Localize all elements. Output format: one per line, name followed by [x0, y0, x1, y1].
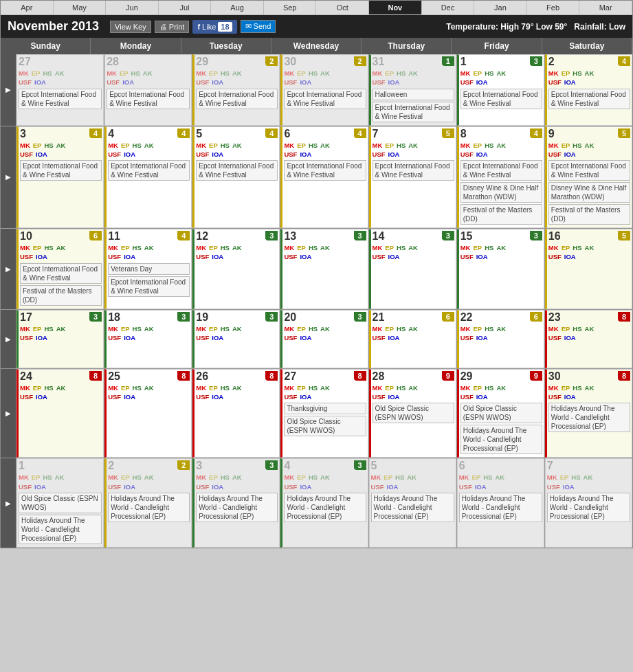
month-nav-item-oct[interactable]: Oct: [316, 1, 369, 14]
crowd-badge: 1: [442, 56, 454, 66]
day-cell-1[interactable]: 1MK EP HS AKUSF IOAOld Spice Classic (ES…: [16, 458, 104, 548]
day-top: 114: [108, 231, 190, 242]
month-nav-item-aug[interactable]: Aug: [211, 1, 264, 14]
day-cell-25[interactable]: 258MK EP HS AKUSF IOA: [104, 369, 192, 458]
day-cell-4[interactable]: 44MK EP HS AKUSF IOAEpcot International …: [104, 126, 192, 229]
park-code-ak: AK: [496, 69, 506, 78]
day-cell-28[interactable]: 28MK EP HS AKUSF IOAEpcot International …: [104, 54, 192, 126]
day-number: 9: [548, 128, 555, 139]
day-cell-15[interactable]: 153MK EP HS AKUSF IOA: [457, 229, 544, 309]
month-nav-item-may[interactable]: May: [54, 1, 107, 14]
month-nav-item-jun[interactable]: Jun: [106, 1, 159, 14]
day-top: 34: [20, 128, 102, 139]
day-top: 1: [19, 460, 102, 471]
day-cell-30[interactable]: 302MK EP HS AKUSF IOAEpcot International…: [280, 54, 368, 126]
park-code-usf: USF: [20, 392, 33, 401]
day-cell-27[interactable]: 27MK EP HS AKUSF IOAEpcot International …: [16, 54, 104, 126]
send-button[interactable]: ✉ Send: [241, 20, 276, 33]
day-cell-13[interactable]: 133MK EP HS AKUSF IOA: [280, 229, 368, 309]
day-cell-9[interactable]: 95MK EP HS AKUSF IOAEpcot International …: [545, 126, 632, 229]
day-cell-29[interactable]: 292MK EP HS AKUSF IOAEpcot International…: [192, 54, 280, 126]
week-label-0[interactable]: ▶: [1, 54, 16, 126]
events-list: Epcot International Food & Wine Festival: [548, 89, 630, 109]
day-cell-26[interactable]: 268MK EP HS AKUSF IOA: [192, 369, 280, 458]
day-number: 27: [19, 56, 31, 67]
park-code-usf: USF: [20, 252, 33, 261]
park-code-usf: USF: [108, 252, 121, 261]
month-nav-item-jul[interactable]: Jul: [159, 1, 212, 14]
day-number: 19: [196, 312, 208, 323]
park-codes: MK EP HS AKUSF IOA: [196, 383, 278, 402]
park-code-ioa: IOA: [564, 78, 576, 87]
park-code-ep: EP: [297, 69, 306, 78]
month-nav-item-mar[interactable]: Mar: [579, 1, 632, 14]
week-label-2[interactable]: ▶: [1, 229, 16, 309]
day-headers: SundayMondayTuesdayWednesdayThursdayFrid…: [1, 38, 632, 54]
park-code-ak: AK: [232, 324, 242, 333]
day-cell-17[interactable]: 173MK EP HS AKUSF IOA: [16, 310, 104, 368]
week-label-4[interactable]: ▶: [1, 369, 16, 458]
day-cell-23[interactable]: 238MK EP HS AKUSF IOA: [545, 310, 632, 368]
park-code-mk: MK: [373, 243, 383, 252]
print-button[interactable]: 🖨 Print: [155, 21, 190, 33]
day-cell-22[interactable]: 226MK EP HS AKUSF IOA: [457, 310, 544, 368]
facebook-like[interactable]: f Like 18: [192, 20, 236, 34]
day-cell-5[interactable]: 5MK EP HS AKUSF IOAHolidays Around The W…: [369, 458, 456, 548]
day-cell-8[interactable]: 84MK EP HS AKUSF IOAEpcot International …: [457, 126, 544, 229]
day-cell-2[interactable]: 22MK EP HS AKUSF IOAHolidays Around The …: [104, 458, 192, 548]
day-number: 28: [373, 371, 385, 382]
park-codes: MK EP HS AKUSF IOA: [460, 324, 542, 343]
day-cell-16[interactable]: 165MK EP HS AKUSF IOA: [545, 229, 632, 309]
park-code-usf: USF: [196, 333, 209, 342]
park-code-usf: USF: [547, 482, 560, 491]
day-cell-18[interactable]: 183MK EP HS AKUSF IOA: [104, 310, 192, 368]
day-cell-10[interactable]: 106MK EP HS AKUSF IOAEpcot International…: [16, 229, 104, 309]
day-cell-6[interactable]: 64MK EP HS AKUSF IOAEpcot International …: [280, 126, 368, 229]
park-code-ep: EP: [562, 69, 570, 78]
day-cell-1[interactable]: 13MK EP HS AKUSF IOAEpcot International …: [457, 54, 544, 126]
park-code-hs: HS: [485, 69, 493, 78]
day-cell-20[interactable]: 203MK EP HS AKUSF IOA: [280, 310, 368, 368]
day-cell-27[interactable]: 278MK EP HS AKUSF IOAThanksgivingOld Spi…: [280, 369, 368, 458]
crowd-badge: 3: [354, 460, 366, 470]
park-code-usf: USF: [460, 150, 474, 159]
week-label-1[interactable]: ▶: [1, 126, 16, 229]
day-cell-11[interactable]: 114MK EP HS AKUSF IOAVeterans DayEpcot I…: [104, 229, 192, 309]
crowd-badge: 2: [354, 56, 366, 66]
day-cell-29[interactable]: 299MK EP HS AKUSF IOAOld Spice Classic (…: [457, 369, 544, 458]
day-cell-3[interactable]: 33MK EP HS AKUSF IOAHolidays Around The …: [192, 458, 280, 548]
month-nav-item-feb[interactable]: Feb: [527, 1, 580, 14]
day-number: 5: [196, 128, 202, 139]
park-code-usf: USF: [373, 333, 386, 342]
park-code-ioa: IOA: [300, 392, 311, 401]
day-cell-21[interactable]: 216MK EP HS AKUSF IOA: [369, 310, 456, 368]
view-key-button[interactable]: View Key: [110, 21, 151, 33]
day-cell-14[interactable]: 143MK EP HS AKUSF IOA: [369, 229, 456, 309]
park-codes: MK EP HS AKUSF IOA: [548, 324, 630, 343]
day-cell-24[interactable]: 248MK EP HS AKUSF IOA: [16, 369, 104, 458]
day-cell-7[interactable]: 7MK EP HS AKUSF IOAHolidays Around The W…: [545, 458, 632, 548]
month-nav-item-jan[interactable]: Jan: [474, 1, 527, 14]
day-cell-3[interactable]: 34MK EP HS AKUSF IOAEpcot International …: [16, 126, 104, 229]
day-cell-4[interactable]: 43MK EP HS AKUSF IOAHolidays Around The …: [280, 458, 368, 548]
day-cell-7[interactable]: 75MK EP HS AKUSF IOAEpcot International …: [369, 126, 456, 229]
day-cell-12[interactable]: 123MK EP HS AKUSF IOA: [192, 229, 280, 309]
park-codes: MK EP HS AKUSF IOA: [371, 473, 454, 491]
month-nav-item-dec[interactable]: Dec: [422, 1, 475, 14]
day-cell-31[interactable]: 311MK EP HS AKUSF IOAHalloweenEpcot Inte…: [369, 54, 456, 126]
day-cell-2[interactable]: 24MK EP HS AKUSF IOAEpcot International …: [545, 54, 632, 126]
day-cell-30[interactable]: 308MK EP HS AKUSF IOAHolidays Around The…: [545, 369, 632, 458]
week-label-3[interactable]: ▶: [1, 310, 16, 368]
week-label-5[interactable]: ▶: [1, 458, 16, 548]
day-cell-19[interactable]: 193MK EP HS AKUSF IOA: [192, 310, 280, 368]
park-code-mk: MK: [20, 141, 30, 150]
month-nav-item-sep[interactable]: Sep: [264, 1, 317, 14]
month-nav-item-nov[interactable]: Nov: [369, 1, 422, 14]
day-cell-6[interactable]: 6MK EP HS AKUSF IOAHolidays Around The W…: [457, 458, 544, 548]
month-nav-item-apr[interactable]: Apr: [1, 1, 54, 14]
calendar-header: November 2013 View Key 🖨 Print f Like 18…: [1, 15, 632, 38]
park-code-ak: AK: [496, 324, 506, 333]
day-cell-28[interactable]: 289MK EP HS AKUSF IOAOld Spice Classic (…: [369, 369, 456, 458]
park-code-usf: USF: [196, 252, 209, 261]
day-cell-5[interactable]: 54MK EP HS AKUSF IOAEpcot International …: [192, 126, 280, 229]
